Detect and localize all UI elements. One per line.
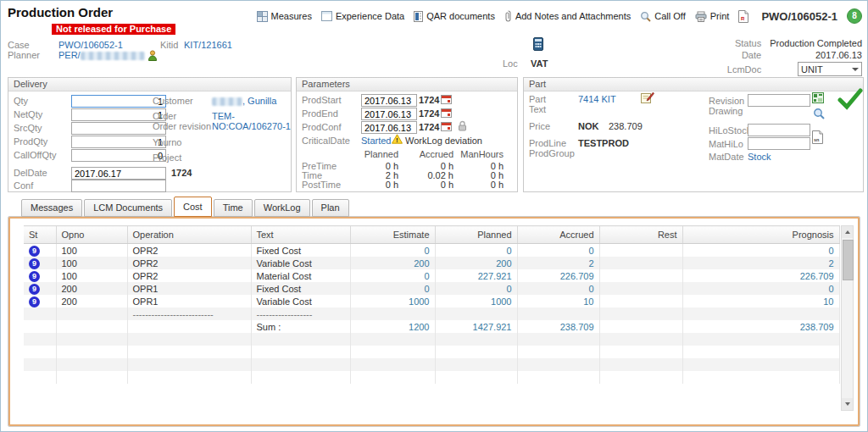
- st-status-badge: 9: [29, 246, 40, 257]
- call-off-button[interactable]: Call Off: [640, 11, 685, 22]
- prodline-value: TESTPROD: [578, 138, 629, 148]
- measures-button[interactable]: Measures: [257, 11, 312, 22]
- scroll-up-button[interactable]: [842, 226, 853, 238]
- time-col-manhours: ManHours: [459, 149, 504, 159]
- deldate-input[interactable]: [71, 167, 166, 180]
- revision-input[interactable]: [748, 94, 810, 107]
- parameters-panel-title: Parameters: [297, 78, 517, 91]
- qar-documents-button[interactable]: QAR documents: [414, 11, 495, 22]
- experience-data-button[interactable]: Experience Data: [321, 11, 404, 21]
- price-label: Price: [529, 121, 550, 131]
- ok-check-icon[interactable]: [837, 87, 863, 111]
- calendar-icon[interactable]: [441, 121, 452, 131]
- tab-plan[interactable]: Plan: [312, 199, 349, 217]
- delivery-panel: Delivery Qty NetQty SrcQty ProdQty CallO…: [8, 77, 292, 192]
- parameters-panel: Parameters ProdStart 1724 ProdEnd 1724 P…: [296, 77, 518, 192]
- scroll-down-button[interactable]: [842, 398, 853, 410]
- table-row[interactable]: 9100OPR2Material Cost0227.921226.709226.…: [24, 269, 839, 282]
- prodline-label: ProdLine: [529, 138, 566, 148]
- tab-worklog[interactable]: WorkLog: [254, 199, 310, 217]
- person-icon[interactable]: [147, 50, 158, 61]
- matdate-stock-link[interactable]: Stock: [748, 152, 771, 162]
- posttime-label: PostTime: [302, 180, 341, 190]
- status-count-badge: 8: [847, 8, 862, 24]
- lock-icon[interactable]: [458, 120, 467, 131]
- hilostock-input[interactable]: [748, 124, 810, 136]
- calculator-icon[interactable]: [533, 37, 543, 51]
- qty-label: Qty: [14, 96, 28, 106]
- srcqty-label: SrcQty: [14, 123, 42, 133]
- table-row[interactable]: [24, 358, 839, 371]
- table-row[interactable]: 9100OPR2Variable Cost20020022: [24, 257, 839, 269]
- measures-icon: [257, 11, 268, 22]
- table-row[interactable]: 9200OPR1Fixed Cost0000: [24, 282, 839, 295]
- scrollbar-thumb[interactable]: [843, 240, 854, 280]
- prodstart-input[interactable]: [361, 94, 417, 107]
- calendar-icon[interactable]: [441, 108, 452, 118]
- mathilo-label: MatHiLo: [709, 139, 743, 149]
- deldate-time: 1724: [171, 168, 192, 178]
- kitid-link[interactable]: KIT/121661: [184, 40, 232, 50]
- production-order-page: Production Order Measures Experience Dat…: [0, 0, 868, 432]
- table-row[interactable]: [24, 333, 839, 346]
- table-row[interactable]: 9200OPR1Variable Cost100010001010: [24, 295, 839, 307]
- customer-link[interactable]: , Gunilla: [242, 96, 276, 106]
- table-scrollbar[interactable]: [841, 225, 854, 411]
- cost-table-body: 9100OPR2Fixed Cost00009100OPR2Variable C…: [24, 244, 839, 385]
- price-currency: NOK: [578, 121, 598, 131]
- criticaldate-warning-text: WorkLog deviation: [405, 136, 482, 146]
- detail-section: Messages LCM Documents Cost Time WorkLog…: [8, 198, 860, 427]
- prodconf-label: ProdConf: [302, 122, 341, 132]
- lcmdoc-label: LcmDoc: [727, 64, 761, 75]
- planner-label: Planner: [8, 50, 40, 60]
- table-row[interactable]: [24, 346, 839, 358]
- tab-time[interactable]: Time: [214, 199, 253, 217]
- tab-lcm-documents[interactable]: LCM Documents: [84, 199, 172, 217]
- edit-icon[interactable]: [641, 91, 654, 104]
- prodqty-label: ProdQty: [14, 136, 47, 147]
- lcmdoc-select[interactable]: UNIT: [798, 62, 862, 76]
- calloffqty-label: CallOffQty: [14, 150, 57, 160]
- order-label: Order: [153, 111, 176, 121]
- st-status-badge: 9: [29, 258, 40, 269]
- case-link[interactable]: PWO/106052-1: [58, 40, 123, 50]
- part-link[interactable]: 7414 KIT: [578, 94, 616, 104]
- print-button[interactable]: Print: [695, 11, 730, 22]
- prodend-input[interactable]: [361, 108, 417, 120]
- table-row[interactable]: [24, 371, 839, 384]
- mathilo-input[interactable]: [748, 137, 810, 150]
- svg-text:sn: sn: [814, 137, 820, 142]
- project-label: Project: [153, 152, 181, 163]
- chevron-down-icon: [852, 68, 859, 71]
- svg-text:R: R: [741, 16, 745, 21]
- criticaldate-status-link[interactable]: Started: [361, 136, 391, 146]
- prodconf-input[interactable]: [361, 121, 417, 134]
- warning-icon: !: [392, 134, 403, 144]
- matdate-label: MatDate: [709, 152, 744, 162]
- table-row[interactable]: ----------------------------------------…: [24, 307, 839, 320]
- customer-redacted: [212, 97, 242, 106]
- svg-text:!: !: [396, 136, 398, 144]
- table-row[interactable]: 9100OPR2Fixed Cost0000: [24, 244, 839, 258]
- planner-link[interactable]: PER/: [58, 50, 81, 60]
- tab-messages[interactable]: Messages: [21, 199, 82, 217]
- text-label: Text: [529, 104, 546, 114]
- table-row[interactable]: Sum :12001427.921238.709238.709: [24, 320, 839, 333]
- customer-label: Customer: [153, 96, 193, 106]
- add-notes-attachments-button[interactable]: Add Notes and Attachments: [504, 10, 631, 22]
- order-link[interactable]: TEM-NO:COA/106270-1: [212, 111, 291, 131]
- not-released-banner: Not released for Purchase: [52, 24, 175, 35]
- date-value: 2017.06.13: [815, 50, 862, 60]
- prodgroup-label: ProdGroup: [529, 148, 575, 158]
- tab-cost[interactable]: Cost: [174, 197, 212, 217]
- order-revision-label: Order revision: [153, 121, 211, 131]
- pdf-icon[interactable]: R: [738, 10, 748, 23]
- serial-number-doc-icon[interactable]: sn: [812, 130, 823, 144]
- drawing-label: Drawing: [709, 106, 743, 116]
- search-icon[interactable]: [813, 108, 825, 119]
- calendar-icon[interactable]: [441, 94, 452, 104]
- status-label: Status: [735, 38, 761, 48]
- part-label: Part: [529, 94, 546, 104]
- conf-input[interactable]: [71, 180, 166, 192]
- part-measures-icon[interactable]: [812, 92, 824, 103]
